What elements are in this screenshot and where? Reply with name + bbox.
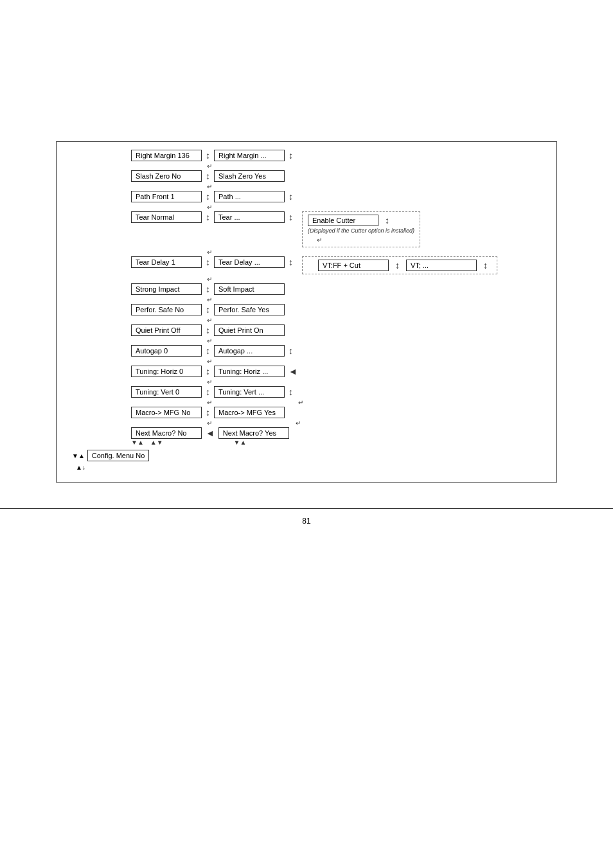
left-box-next-macro: Next Macro? No (131, 427, 202, 439)
config-down-arrow: ▲↓ (76, 464, 85, 471)
enable-cutter-arrow: ↕ (385, 215, 389, 226)
mid-box-tuning-horiz: Tuning: Horiz ... (214, 366, 285, 377)
down-nav-tuning-horiz: ↵ (207, 378, 212, 385)
down-nav-autogap: ↵ (207, 357, 212, 365)
down-nav-strong-impact: ↵ (207, 296, 212, 303)
vt-ff-cut-box: VT:FF + Cut (318, 260, 389, 271)
row-tuning-horiz: Tuning: Horiz 0 ↕ Tuning: Horiz ... ◄ ↵ (131, 366, 540, 386)
row-macro-mfg: Macro-> MFG No ↕ Macro-> MFG Yes ↵ ↵ (131, 407, 540, 427)
mid-box-macro-mfg: Macro-> MFG Yes (214, 407, 285, 418)
arrow-tear-normal-right: ↕ (289, 212, 293, 222)
row-path-front: Path Front 1 ↕ Path ... ↕ ↵ (131, 191, 540, 211)
down-nav-slash-zero: ↵ (207, 182, 212, 190)
left-box-tuning-vert: Tuning: Vert 0 (131, 386, 202, 398)
vt-arrow: ↕ (483, 260, 488, 270)
arrow-autogap-left: ↕ (206, 346, 210, 356)
bottom-right-arrow: ▼▲ (234, 439, 247, 446)
down-nav-macro-mfg-right: ↵ (296, 419, 301, 427)
row-next-macro: Next Macro? No ◄ Next Macro? Yes ▼▲ ▲▼ ▼… (131, 427, 540, 446)
down-nav-quiet-print: ↵ (207, 337, 212, 344)
row-right-margin: Right Margin 136 ↕ Right Margin ... ↕ ↵ (131, 150, 540, 170)
down-nav-path-front: ↵ (207, 203, 212, 211)
config-up-arrow: ▼▲ (72, 452, 85, 459)
mid-box-tear-normal: Tear ... (214, 211, 285, 223)
row-quiet-print: Quiet Print Off ↕ Quiet Print On ↵ (131, 324, 540, 345)
down-nav-tuning-vert-right: ↵ (298, 398, 303, 406)
enable-cutter-box: Enable Cutter (308, 215, 378, 226)
mid-box-slash-zero: Slash Zero Yes (214, 170, 285, 182)
mid-box-path-front: Path ... (214, 191, 285, 202)
arrow-slash-zero: ↕ (206, 171, 210, 181)
row-tear-delay: Tear Delay 1 ↕ Tear Delay ... ↕ VT:FF + … (131, 256, 540, 283)
left-box-autogap: Autogap 0 (131, 345, 202, 357)
left-box-strong-impact: Strong Impact (131, 283, 202, 295)
mid-box-tuning-vert: Tuning: Vert ... (214, 386, 285, 398)
left-box-tear-delay: Tear Delay 1 (131, 256, 202, 268)
arrow-tuning-vert-left: ↕ (206, 387, 210, 397)
left-box-perfor-safe: Perfor. Safe No (131, 304, 202, 315)
mid-box-next-macro: Next Macro? Yes (218, 427, 289, 439)
arrow-autogap-right: ↕ (289, 346, 293, 356)
arrow-quiet-print: ↕ (206, 325, 210, 335)
bottom-left-arrow: ▼▲ (131, 439, 144, 446)
down-nav-tuning-vert-left: ↵ (207, 398, 212, 406)
vt-ellipsis-box: VT; ... (406, 260, 477, 271)
arrow-macro-mfg-left: ↕ (206, 407, 210, 418)
down-nav-perfor-safe: ↵ (207, 316, 212, 324)
row-tear-normal: Tear Normal ↕ Tear ... ↕ Enable Cutter ↕… (131, 211, 540, 256)
left-box-tuning-horiz: Tuning: Horiz 0 (131, 366, 202, 377)
arrow-next-macro-left: ◄ (206, 428, 215, 438)
down-nav-tear-delay: ↵ (207, 275, 212, 283)
mid-box-right-margin: Right Margin ... (214, 150, 285, 161)
row-autogap: Autogap 0 ↕ Autogap ... ↕ ↵ (131, 345, 540, 366)
mid-box-perfor-safe: Perfor. Safe Yes (214, 304, 285, 315)
arrow-tuning-horiz-left: ↕ (206, 366, 210, 376)
left-box-quiet-print: Quiet Print Off (131, 324, 202, 336)
row-slash-zero: Slash Zero No ↕ Slash Zero Yes ↵ (131, 170, 540, 191)
arrow-tuning-vert-right: ↕ (289, 387, 293, 397)
arrow-tear-delay-right: ↕ (289, 257, 293, 267)
row-strong-impact: Strong Impact ↕ Soft Impact ↵ (131, 283, 540, 304)
down-nav-macro-mfg-left: ↵ (207, 419, 212, 427)
arrow-right-margin-right: ↕ (289, 150, 293, 161)
arrow-perfor-safe: ↕ (206, 305, 210, 315)
left-box-tear-normal: Tear Normal (131, 211, 202, 223)
mid-box-quiet-print: Quiet Print On (214, 324, 285, 336)
arrow-tear-delay-left: ↕ (206, 257, 210, 267)
row-tuning-vert: Tuning: Vert 0 ↕ Tuning: Vert ... ↕ ↵ ↵ (131, 386, 540, 407)
bottom-left-arrow2: ▲▼ (150, 439, 163, 446)
down-nav-tear-normal: ↵ (207, 248, 212, 256)
mid-box-autogap: Autogap ... (214, 345, 285, 357)
left-box-right-margin: Right Margin 136 (131, 150, 202, 161)
mid-box-soft-impact: Soft Impact (214, 283, 285, 295)
vt-ff-arrow: ↕ (395, 260, 400, 270)
config-menu-label: Config. Menu No (87, 450, 150, 461)
enable-cutter-down: ↵ (317, 236, 322, 244)
arrow-path-front-right: ↕ (289, 191, 293, 202)
arrow-strong-impact: ↕ (206, 284, 210, 294)
arrow-path-front-left: ↕ (206, 191, 210, 202)
row-perfor-safe: Perfor. Safe No ↕ Perfor. Safe Yes ↵ (131, 304, 540, 324)
arrow-tuning-horiz-right: ◄ (289, 366, 298, 376)
page-number: 81 (302, 517, 310, 526)
page-number-area: 81 (0, 508, 613, 533)
page-container: Right Margin 136 ↕ Right Margin ... ↕ ↵ … (0, 0, 613, 868)
left-box-path-front: Path Front 1 (131, 191, 202, 202)
diagram-box: Right Margin 136 ↕ Right Margin ... ↕ ↵ … (56, 141, 557, 483)
main-content: Right Margin 136 ↕ Right Margin ... ↕ ↵ … (0, 0, 613, 868)
left-box-slash-zero: Slash Zero No (131, 170, 202, 182)
mid-box-tear-delay: Tear Delay ... (214, 256, 285, 268)
down-nav-right-margin-left: ↵ (207, 162, 212, 170)
enable-cutter-note: (Displayed if the Cutter option is insta… (308, 227, 414, 234)
left-box-macro-mfg: Macro-> MFG No (131, 407, 202, 418)
arrow-right-margin-left: ↕ (206, 150, 210, 161)
arrow-tear-normal-left: ↕ (206, 212, 210, 222)
